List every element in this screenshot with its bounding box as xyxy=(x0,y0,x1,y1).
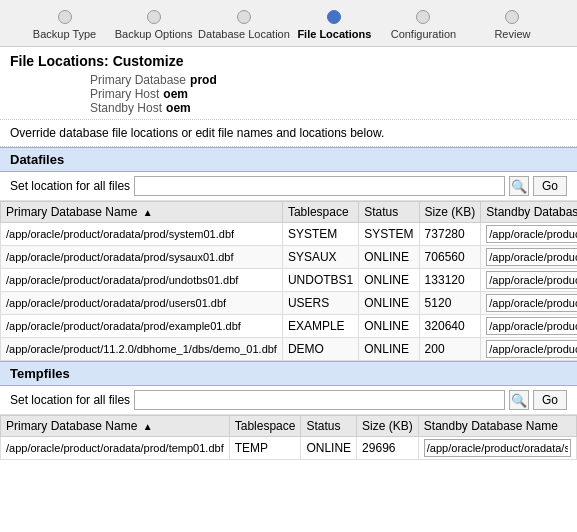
cell-primary-4: /app/oracle/product/oradata/prod/example… xyxy=(1,315,283,338)
cell-size-4: 320640 xyxy=(419,315,481,338)
temp-standby-input-0[interactable] xyxy=(424,439,571,457)
step-configuration[interactable]: Configuration xyxy=(379,10,468,40)
datafiles-section-header: Datafiles xyxy=(0,147,577,172)
primary-host-row: Primary Host oem xyxy=(90,87,188,101)
cell-status-0: SYSTEM xyxy=(359,223,419,246)
cell-status-1: ONLINE xyxy=(359,246,419,269)
datafiles-search-button[interactable]: 🔍 xyxy=(509,176,529,196)
description: Override database file locations or edit… xyxy=(0,120,577,147)
tempfiles-col-size: Size (KB) xyxy=(357,416,419,437)
cell-status-4: ONLINE xyxy=(359,315,419,338)
cell-primary-0: /app/oracle/product/oradata/prod/system0… xyxy=(1,223,283,246)
table-row: /app/oracle/product/oradata/prod/example… xyxy=(1,315,578,338)
cell-primary-5: /app/oracle/product/11.2.0/dbhome_1/dbs/… xyxy=(1,338,283,361)
cell-tablespace-5: DEMO xyxy=(282,338,358,361)
cell-status-5: ONLINE xyxy=(359,338,419,361)
tempfiles-set-location-label: Set location for all files xyxy=(10,393,130,407)
table-row: /app/oracle/product/oradata/prod/undotbs… xyxy=(1,269,578,292)
table-row: /app/oracle/product/oradata/prod/sysaux0… xyxy=(1,246,578,269)
datafiles-header-row: Primary Database Name ▲ Tablespace Statu… xyxy=(1,202,578,223)
step-label-backup-type: Backup Type xyxy=(33,28,96,40)
step-label-file-locations: File Locations xyxy=(297,28,371,40)
primary-db-label: Primary Database xyxy=(90,73,186,87)
datafiles-col-tablespace: Tablespace xyxy=(282,202,358,223)
sort-arrow-primary[interactable]: ▲ xyxy=(143,207,153,218)
datafiles-col-status: Status xyxy=(359,202,419,223)
cell-status-3: ONLINE xyxy=(359,292,419,315)
step-circle-backup-type xyxy=(58,10,72,24)
cell-tablespace-2: UNDOTBS1 xyxy=(282,269,358,292)
cell-tablespace-0: SYSTEM xyxy=(282,223,358,246)
step-file-locations[interactable]: File Locations xyxy=(290,10,379,40)
temp-cell-tablespace-0: TEMP xyxy=(229,437,301,460)
tempfiles-col-primary: Primary Database Name ▲ xyxy=(1,416,230,437)
step-circle-backup-options xyxy=(147,10,161,24)
datafiles-table: Primary Database Name ▲ Tablespace Statu… xyxy=(0,201,577,361)
cell-size-2: 133120 xyxy=(419,269,481,292)
cell-tablespace-4: EXAMPLE xyxy=(282,315,358,338)
step-backup-type[interactable]: Backup Type xyxy=(20,10,109,40)
temp-cell-primary-0: /app/oracle/product/oradata/prod/temp01.… xyxy=(1,437,230,460)
step-label-database-location: Database Location xyxy=(198,28,290,40)
cell-status-2: ONLINE xyxy=(359,269,419,292)
standby-input-2[interactable] xyxy=(486,271,577,289)
primary-host-value: oem xyxy=(163,87,188,101)
table-row: /app/oracle/product/11.2.0/dbhome_1/dbs/… xyxy=(1,338,578,361)
wizard-steps: Backup Type Backup Options Database Loca… xyxy=(0,0,577,47)
step-backup-options[interactable]: Backup Options xyxy=(109,10,198,40)
cell-tablespace-3: USERS xyxy=(282,292,358,315)
cell-size-0: 737280 xyxy=(419,223,481,246)
cell-size-1: 706560 xyxy=(419,246,481,269)
standby-input-3[interactable] xyxy=(486,294,577,312)
standby-host-label: Standby Host xyxy=(90,101,162,115)
temp-cell-size-0: 29696 xyxy=(357,437,419,460)
cell-size-5: 200 xyxy=(419,338,481,361)
step-review[interactable]: Review xyxy=(468,10,557,40)
cell-standby-5[interactable] xyxy=(481,338,577,361)
standby-input-5[interactable] xyxy=(486,340,577,358)
standby-host-row: Standby Host oem xyxy=(90,101,191,115)
standby-host-value: oem xyxy=(166,101,191,115)
cell-primary-2: /app/oracle/product/oradata/prod/undotbs… xyxy=(1,269,283,292)
step-label-configuration: Configuration xyxy=(391,28,456,40)
cell-standby-1[interactable] xyxy=(481,246,577,269)
step-label-review: Review xyxy=(494,28,530,40)
datafiles-go-button[interactable]: Go xyxy=(533,176,567,196)
tempfiles-col-standby: Standby Database Name xyxy=(418,416,576,437)
tempfiles-search-button[interactable]: 🔍 xyxy=(509,390,529,410)
standby-input-0[interactable] xyxy=(486,225,577,243)
tempfiles-col-tablespace: Tablespace xyxy=(229,416,301,437)
tempfiles-go-button[interactable]: Go xyxy=(533,390,567,410)
temp-cell-standby-0[interactable] xyxy=(418,437,576,460)
step-circle-database-location xyxy=(237,10,251,24)
table-row: /app/oracle/product/oradata/prod/system0… xyxy=(1,223,578,246)
cell-standby-4[interactable] xyxy=(481,315,577,338)
step-circle-review xyxy=(505,10,519,24)
step-label-backup-options: Backup Options xyxy=(115,28,193,40)
datafiles-col-size: Size (KB) xyxy=(419,202,481,223)
cell-primary-3: /app/oracle/product/oradata/prod/users01… xyxy=(1,292,283,315)
cell-standby-0[interactable] xyxy=(481,223,577,246)
standby-input-1[interactable] xyxy=(486,248,577,266)
datafiles-set-location-input[interactable] xyxy=(134,176,505,196)
cell-standby-3[interactable] xyxy=(481,292,577,315)
tempfiles-section-header: Tempfiles xyxy=(0,361,577,386)
sort-arrow-temp-primary[interactable]: ▲ xyxy=(143,421,153,432)
page-meta: Primary Database prod Primary Host oem S… xyxy=(90,73,567,115)
cell-primary-1: /app/oracle/product/oradata/prod/sysaux0… xyxy=(1,246,283,269)
page-title: File Locations: Customize xyxy=(10,53,567,69)
page-header: File Locations: Customize Primary Databa… xyxy=(0,47,577,120)
temp-cell-status-0: ONLINE xyxy=(301,437,357,460)
table-row: /app/oracle/product/oradata/prod/temp01.… xyxy=(1,437,577,460)
tempfiles-set-location-input[interactable] xyxy=(134,390,505,410)
primary-db-value: prod xyxy=(190,73,217,87)
cell-standby-2[interactable] xyxy=(481,269,577,292)
tempfiles-set-location-row: Set location for all files 🔍 Go xyxy=(0,386,577,415)
datafiles-col-standby: Standby Database Name xyxy=(481,202,577,223)
primary-db-row: Primary Database prod xyxy=(90,73,217,87)
tempfiles-col-status: Status xyxy=(301,416,357,437)
step-database-location[interactable]: Database Location xyxy=(198,10,290,40)
standby-input-4[interactable] xyxy=(486,317,577,335)
datafiles-set-location-label: Set location for all files xyxy=(10,179,130,193)
tempfiles-header-row: Primary Database Name ▲ Tablespace Statu… xyxy=(1,416,577,437)
